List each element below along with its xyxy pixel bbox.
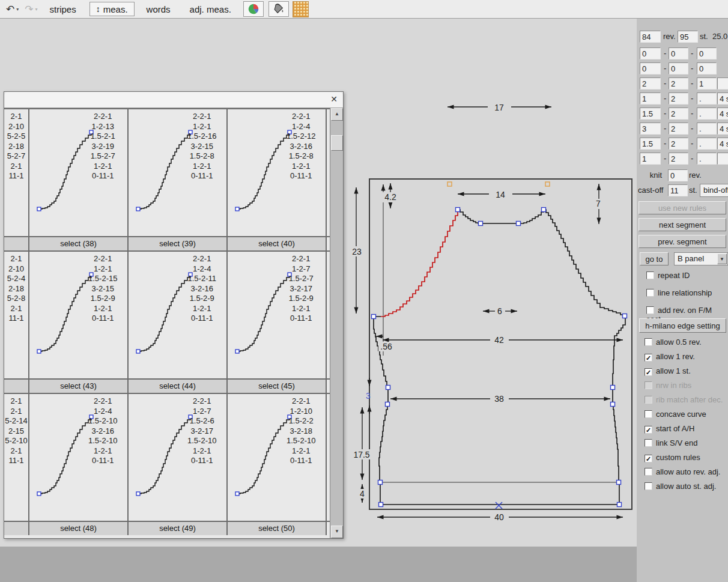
rule-b-input[interactable] <box>669 138 688 150</box>
rule-b-input[interactable] <box>669 62 688 74</box>
select-button-partial[interactable] <box>4 522 29 535</box>
checkbox[interactable] <box>646 306 654 314</box>
curve-cell[interactable]: 2-2-1 1-2-7 1.5-2-6 3-2-17 1.5-2-10 1-2-… <box>129 394 228 521</box>
rule-d-input[interactable] <box>717 153 728 165</box>
curve-cell[interactable]: 2-2-1 1-2-13 1.5-2-1 3-2-19 1.5-2-7 1-2-… <box>29 109 129 236</box>
select-button[interactable]: select (39) <box>129 237 228 250</box>
curve-cell[interactable]: 2-2-1 1-2-4 1.5-2-11 3-2-16 1.5-2-9 1-2-… <box>129 252 228 378</box>
rule-c-input[interactable] <box>697 138 717 150</box>
rule-d-input[interactable] <box>717 92 728 105</box>
checkbox[interactable] <box>645 426 652 434</box>
dialog-titlebar[interactable]: ✕ <box>4 92 343 108</box>
checkbox[interactable] <box>645 468 652 476</box>
close-icon[interactable]: ✕ <box>330 94 338 104</box>
color-pie-button[interactable] <box>243 1 264 17</box>
words-button[interactable]: words <box>139 2 178 16</box>
curve-cell[interactable]: 2-2-1 1-2-7 1.5-2-7 3-2-17 1.5-2-9 1-2-1… <box>228 252 327 378</box>
rule-c-input[interactable] <box>697 62 717 74</box>
check-allow-1-st[interactable]: allow 1 st. <box>645 366 691 376</box>
checkbox[interactable] <box>646 289 654 297</box>
prev-segment-button[interactable]: prev. segment <box>639 235 726 248</box>
select-button[interactable]: select (44) <box>129 380 228 393</box>
check-line-relationship[interactable]: line relationship <box>646 288 712 298</box>
curve-cell[interactable]: 2-2-1 1-2-4 1.5-2-12 3-2-16 1.5-2-8 1-2-… <box>228 109 327 236</box>
undo-dropdown-icon[interactable]: ▾ <box>16 7 19 12</box>
bindoff-dropdown[interactable]: bind-off <box>700 184 728 197</box>
rule-c-input[interactable] <box>697 108 717 120</box>
curve-cell[interactable]: 2-2-1 1-2-1 1.5-2-16 3-2-15 1.5-2-8 1-2-… <box>129 109 228 236</box>
rule-b-input[interactable] <box>669 77 688 89</box>
check-allow-1-rev[interactable]: allow 1 rev. <box>645 352 695 362</box>
checkbox[interactable] <box>645 410 652 418</box>
check-link-sv-end[interactable]: link S/V end <box>645 438 697 448</box>
rule-b-input[interactable] <box>669 123 688 135</box>
select-button[interactable]: select (38) <box>29 237 129 250</box>
checkbox[interactable] <box>645 354 652 362</box>
rule-d-input[interactable] <box>717 138 728 150</box>
scroll-up-icon[interactable]: ▲ <box>331 108 343 121</box>
redo-dropdown-icon[interactable]: ▾ <box>35 7 38 12</box>
checkbox[interactable] <box>645 439 652 447</box>
rule-b-input[interactable] <box>669 108 688 120</box>
pattern-swatch-icon[interactable] <box>293 1 309 17</box>
rule-a-input[interactable] <box>640 62 661 74</box>
rule-c-input[interactable] <box>697 47 717 59</box>
curve-cell[interactable]: 2-2-1 1-2-10 1.5-2-2 3-2-18 1.5-2-10 1-2… <box>228 394 327 521</box>
dialog-scrollbar[interactable]: ▲ ▼ <box>330 108 343 538</box>
check-repeat-id[interactable]: repeat ID <box>646 271 690 280</box>
h-milano-button[interactable]: h-milano edge setting <box>639 318 726 333</box>
checkbox[interactable] <box>645 381 652 389</box>
select-button[interactable]: select (43) <box>29 380 129 393</box>
next-segment-button[interactable]: next segment <box>639 218 726 231</box>
scrollbar-thumb[interactable] <box>331 135 343 151</box>
checkbox[interactable] <box>645 368 652 376</box>
rule-b-input[interactable] <box>669 153 688 165</box>
select-button-partial[interactable] <box>4 380 29 393</box>
castoff-input[interactable] <box>668 184 688 196</box>
checkbox[interactable] <box>645 396 652 404</box>
curve-cell[interactable]: 2-2-1 1-2-1 1.5-2-15 3-2-15 1.5-2-9 1-2-… <box>29 252 129 378</box>
select-button[interactable]: select (49) <box>129 522 228 535</box>
rule-b-input[interactable] <box>669 92 688 105</box>
use-new-rules-button[interactable]: use new rules <box>639 201 726 214</box>
select-button[interactable]: select (48) <box>29 522 129 535</box>
rule-b-input[interactable] <box>669 47 688 59</box>
rule-c-input[interactable] <box>697 77 717 89</box>
check-start-of-ah[interactable]: start of A/H <box>645 424 694 434</box>
rule-a-input[interactable] <box>640 108 661 120</box>
check-concave-curve[interactable]: concave curve <box>645 410 706 419</box>
check-auto-rev-adj[interactable]: allow auto rev. adj. <box>645 467 720 477</box>
rule-a-input[interactable] <box>640 138 661 150</box>
rule-d-input[interactable] <box>717 123 728 135</box>
checkbox[interactable] <box>645 455 652 462</box>
rule-a-input[interactable] <box>640 77 661 89</box>
check-nrw-in-ribs[interactable]: nrw in ribs <box>645 381 691 390</box>
check-rib-match[interactable]: rib match after dec. <box>645 395 723 405</box>
select-button[interactable]: select (45) <box>228 380 327 393</box>
check-add-rev-fm[interactable]: add rev. on F/M sect <box>646 306 728 315</box>
rule-c-input[interactable] <box>697 153 717 165</box>
scroll-down-icon[interactable]: ▼ <box>331 526 343 538</box>
st-count-input[interactable] <box>678 31 698 43</box>
rev-count-input[interactable] <box>640 31 661 43</box>
rule-d-input[interactable] <box>717 77 728 89</box>
curve-cell-partial[interactable]: 2-1 2-10 5-2-5 2-18 5-2-7 2-1 11-1 <box>4 109 29 236</box>
paint-bucket-button[interactable] <box>268 1 289 17</box>
redo-icon[interactable]: ↷ <box>25 3 33 16</box>
rule-c-input[interactable] <box>697 123 717 135</box>
rule-a-input[interactable] <box>640 123 661 135</box>
panel-dropdown[interactable]: B panel ▼ <box>674 252 728 265</box>
select-button[interactable]: select (40) <box>228 237 327 250</box>
select-button-partial[interactable] <box>4 237 29 250</box>
check-allow-05-rev[interactable]: allow 0.5 rev. <box>645 338 702 347</box>
select-button[interactable]: select (50) <box>228 522 327 535</box>
rule-c-input[interactable] <box>697 92 717 105</box>
rule-a-input[interactable] <box>640 153 661 165</box>
rule-a-input[interactable] <box>640 92 661 105</box>
stripes-button[interactable]: stripes <box>43 2 83 16</box>
goto-button[interactable]: go to <box>640 252 669 265</box>
rule-d-input[interactable] <box>717 108 728 120</box>
adj-meas-button[interactable]: adj. meas. <box>183 2 238 16</box>
check-auto-st-adj[interactable]: allow auto st. adj. <box>645 482 716 491</box>
curve-cell[interactable]: 2-2-1 1-2-4 1.5-2-10 3-2-16 1.5-2-10 1-2… <box>29 394 129 521</box>
